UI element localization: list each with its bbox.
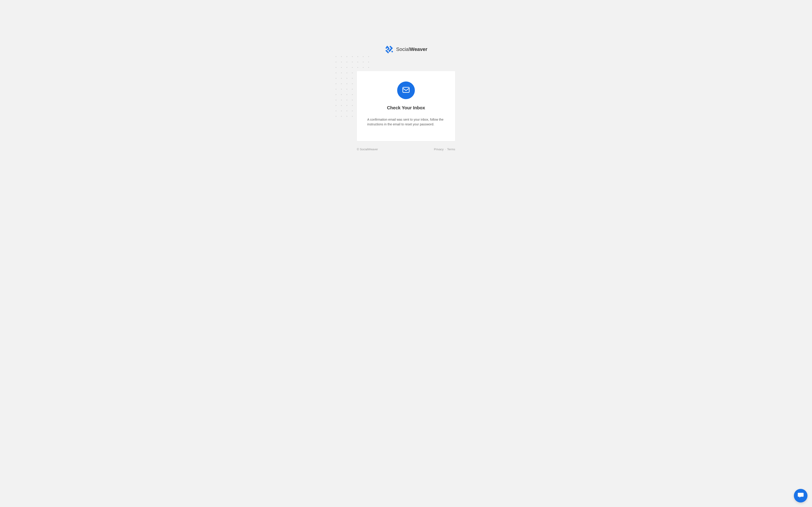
svg-point-6	[368, 56, 369, 57]
svg-point-13	[368, 62, 369, 62]
svg-point-7	[336, 62, 337, 62]
svg-point-79	[346, 116, 347, 117]
svg-point-49	[336, 94, 337, 95]
svg-point-36	[341, 83, 342, 84]
confirmation-card: Check Your Inbox A confirmation email wa…	[357, 71, 455, 141]
svg-point-42	[336, 89, 337, 90]
svg-point-11	[357, 62, 358, 62]
svg-point-51	[346, 94, 347, 95]
mail-icon	[402, 86, 410, 95]
svg-point-19	[363, 67, 364, 68]
svg-marker-93	[391, 51, 393, 53]
svg-point-35	[336, 83, 337, 84]
svg-point-63	[336, 105, 337, 106]
page-container: SocialWeaver Check Your Inbox A confirma…	[357, 45, 455, 151]
svg-point-38	[352, 83, 353, 84]
svg-point-31	[352, 78, 353, 79]
svg-point-17	[352, 67, 353, 68]
logo-icon	[385, 45, 394, 54]
svg-point-8	[341, 62, 342, 62]
svg-point-56	[336, 100, 337, 101]
svg-point-71	[341, 110, 342, 111]
chat-widget-button[interactable]	[794, 489, 807, 502]
footer-links: Privacy · Terms	[434, 148, 455, 151]
svg-point-59	[352, 100, 353, 101]
logo: SocialWeaver	[385, 45, 427, 54]
terms-link[interactable]: Terms	[447, 148, 455, 151]
svg-point-43	[341, 89, 342, 90]
svg-point-64	[341, 105, 342, 106]
svg-point-45	[352, 89, 353, 90]
privacy-link[interactable]: Privacy	[434, 148, 444, 151]
svg-point-29	[341, 78, 342, 79]
footer-separator: ·	[445, 148, 446, 151]
svg-point-15	[341, 67, 342, 68]
svg-point-14	[336, 67, 337, 68]
footer: © SocialWeaver Privacy · Terms	[357, 148, 455, 151]
svg-point-37	[346, 83, 347, 84]
svg-point-2	[346, 56, 347, 57]
svg-point-50	[341, 94, 342, 95]
svg-point-70	[336, 110, 337, 111]
svg-point-28	[336, 78, 337, 79]
svg-point-5	[363, 56, 364, 57]
svg-point-44	[346, 89, 347, 90]
svg-point-0	[336, 56, 337, 57]
svg-point-58	[346, 100, 347, 101]
svg-rect-94	[403, 88, 409, 93]
svg-point-4	[357, 56, 358, 57]
svg-point-3	[352, 56, 353, 57]
svg-point-24	[352, 72, 353, 73]
svg-point-78	[341, 116, 342, 117]
svg-point-57	[341, 100, 342, 101]
page-heading: Check Your Inbox	[387, 105, 425, 110]
svg-point-73	[352, 110, 353, 111]
svg-point-22	[341, 72, 342, 73]
svg-point-52	[352, 94, 353, 95]
chat-icon	[797, 492, 804, 500]
svg-point-23	[346, 72, 347, 73]
logo-text-bold: Weaver	[410, 46, 427, 52]
mail-icon-circle	[397, 81, 415, 99]
description-text: A confirmation email was sent to your in…	[367, 117, 445, 127]
svg-point-18	[357, 67, 358, 68]
svg-point-77	[336, 116, 337, 117]
svg-point-65	[346, 105, 347, 106]
svg-point-9	[346, 62, 347, 62]
svg-point-66	[352, 105, 353, 106]
svg-point-80	[352, 116, 353, 117]
svg-point-21	[336, 72, 337, 73]
svg-point-16	[346, 67, 347, 68]
svg-point-1	[341, 56, 342, 57]
logo-text: SocialWeaver	[396, 46, 427, 52]
svg-point-20	[368, 67, 369, 68]
copyright-text: © SocialWeaver	[357, 148, 378, 151]
svg-point-30	[346, 78, 347, 79]
svg-point-12	[363, 62, 364, 62]
svg-point-72	[346, 110, 347, 111]
svg-point-10	[352, 62, 353, 62]
logo-text-light: Social	[396, 46, 410, 52]
